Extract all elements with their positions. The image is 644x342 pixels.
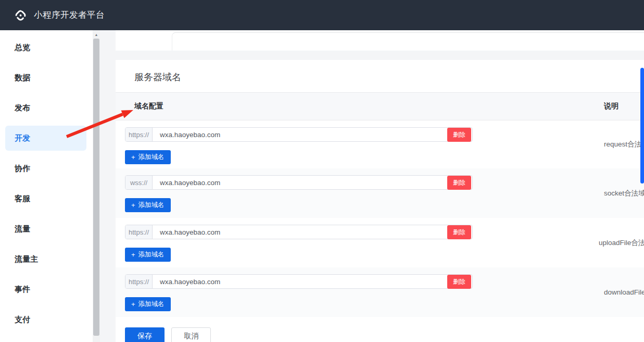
- table-row: https:// 删除 + 添加域名 uploadFile合法域名: [116, 218, 644, 267]
- sidebar-menu: 总览 数据 发布 开发 协作 客服 流量 流量主 事件 支付: [0, 30, 100, 332]
- form-footer: 保存 取消: [116, 317, 644, 342]
- add-domain-label: 添加域名: [138, 250, 165, 259]
- main-content: 服务器域名 域名配置 说明 https:// 删除 + 添加域名 request…: [116, 30, 644, 342]
- domain-input-group: https:// 删除: [125, 274, 473, 289]
- table-row: https:// 删除 + 添加域名 downloadFile合法域名: [116, 267, 644, 317]
- delete-button[interactable]: 删除: [447, 128, 471, 142]
- sidebar-item-label: 流量: [5, 224, 30, 234]
- sidebar-item-events[interactable]: 事件: [5, 277, 86, 302]
- server-domain-card: 服务器域名 域名配置 说明 https:// 删除 + 添加域名 request…: [116, 60, 644, 342]
- domain-input[interactable]: [153, 275, 447, 288]
- tabstrip-panel-edge: [172, 32, 644, 51]
- domain-input-group: wss:// 删除: [125, 175, 473, 190]
- delete-button[interactable]: 删除: [447, 176, 471, 190]
- add-domain-button[interactable]: + 添加域名: [125, 198, 171, 212]
- domain-input[interactable]: [153, 128, 447, 141]
- column-header-domain-config: 域名配置: [134, 102, 163, 111]
- sidebar-item-develop[interactable]: 开发: [5, 126, 86, 151]
- sidebar-item-traffic-owner[interactable]: 流量主: [5, 247, 86, 272]
- sidebar-item-label: 客服: [5, 194, 30, 204]
- app-header: 小程序开发者平台: [0, 0, 644, 30]
- sidebar-item-label: 数据: [5, 73, 30, 83]
- sidebar-item-label: 开发: [5, 133, 30, 143]
- table-header-row: 域名配置 说明: [116, 92, 644, 120]
- protocol-prefix: https://: [125, 225, 153, 239]
- plus-icon: +: [131, 251, 135, 259]
- plus-icon: +: [131, 153, 135, 161]
- delete-button[interactable]: 删除: [447, 275, 471, 289]
- sidebar-item-publish[interactable]: 发布: [5, 95, 86, 120]
- domain-input-group: https:// 删除: [125, 127, 473, 142]
- cancel-button[interactable]: 取消: [171, 327, 211, 342]
- content-gap: [116, 51, 644, 60]
- content-scrollbar-thumb[interactable]: [640, 68, 644, 184]
- sidebar: 总览 数据 发布 开发 协作 客服 流量 流量主 事件 支付 ▲: [0, 30, 100, 342]
- sidebar-scrollbar-thumb[interactable]: [93, 39, 99, 336]
- app-title: 小程序开发者平台: [34, 9, 105, 21]
- sidebar-item-label: 总览: [5, 43, 30, 53]
- domain-input-group: https:// 删除: [125, 225, 473, 239]
- plus-icon: +: [131, 201, 135, 209]
- row-description: uploadFile合法域名: [599, 238, 644, 248]
- delete-button[interactable]: 删除: [447, 225, 471, 239]
- add-domain-label: 添加域名: [138, 300, 165, 309]
- domain-input[interactable]: [153, 176, 447, 189]
- mini-program-link-icon: [14, 8, 28, 22]
- page-title: 服务器域名: [116, 60, 644, 92]
- sidebar-item-label: 支付: [5, 315, 30, 325]
- sidebar-scrollbar[interactable]: ▲: [93, 30, 100, 342]
- column-header-description: 说明: [604, 102, 618, 111]
- sidebar-item-overview[interactable]: 总览: [5, 35, 86, 60]
- domain-input[interactable]: [153, 225, 447, 239]
- add-domain-label: 添加域名: [138, 153, 165, 162]
- sidebar-item-data[interactable]: 数据: [5, 65, 86, 90]
- content-tabstrip: [116, 30, 644, 51]
- sidebar-item-customer-service[interactable]: 客服: [5, 186, 86, 211]
- sidebar-item-traffic[interactable]: 流量: [5, 216, 86, 241]
- add-domain-button[interactable]: + 添加域名: [125, 297, 171, 311]
- add-domain-label: 添加域名: [138, 201, 165, 210]
- protocol-prefix: https://: [125, 275, 153, 288]
- scroll-up-icon[interactable]: ▲: [93, 30, 100, 39]
- sidebar-item-label: 事件: [5, 285, 30, 295]
- sidebar-item-label: 流量主: [5, 254, 38, 264]
- protocol-prefix: https://: [125, 128, 153, 141]
- row-description: request合法域名: [604, 140, 644, 149]
- sidebar-item-label: 发布: [5, 103, 30, 113]
- add-domain-button[interactable]: + 添加域名: [125, 150, 171, 164]
- sidebar-item-label: 协作: [5, 164, 30, 174]
- table-row: https:// 删除 + 添加域名 request合法域名: [116, 120, 644, 168]
- sidebar-item-collaboration[interactable]: 协作: [5, 156, 86, 181]
- sidebar-item-payment[interactable]: 支付: [5, 307, 86, 332]
- protocol-prefix: wss://: [125, 176, 153, 189]
- save-button[interactable]: 保存: [125, 327, 165, 342]
- row-description: downloadFile合法域名: [604, 288, 644, 297]
- app-window: 小程序开发者平台 总览 数据 发布 开发 协作 客服 流量 流量主 事件 支付 …: [0, 0, 644, 342]
- row-description: socket合法域名: [604, 189, 644, 198]
- add-domain-button[interactable]: + 添加域名: [125, 248, 171, 262]
- table-row: wss:// 删除 + 添加域名 socket合法域名: [116, 168, 644, 218]
- plus-icon: +: [131, 300, 135, 308]
